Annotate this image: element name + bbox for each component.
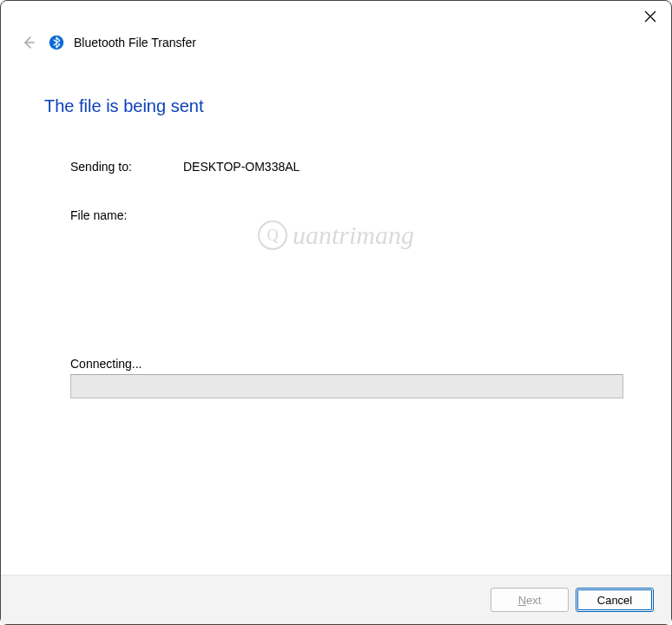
next-button: Next: [491, 588, 569, 612]
page-heading: The file is being sent: [44, 96, 628, 116]
sending-to-label: Sending to:: [70, 160, 183, 174]
watermark-text: uantrimang: [293, 220, 414, 250]
next-button-label: Next: [518, 594, 542, 607]
header: Bluetooth File Transfer: [1, 27, 671, 62]
file-name-value: [183, 208, 628, 222]
bluetooth-icon: [48, 34, 65, 51]
progress-bar: [70, 374, 623, 398]
sending-to-row: Sending to: DESKTOP-OM338AL: [70, 160, 628, 174]
progress-area: Connecting...: [70, 357, 623, 398]
footer: Next Cancel: [1, 575, 671, 624]
progress-status: Connecting...: [70, 357, 623, 371]
dialog-window: Bluetooth File Transfer The file is bein…: [0, 0, 672, 625]
close-icon: [644, 10, 656, 23]
titlebar-controls: [1, 1, 671, 27]
file-name-row: File name:: [70, 208, 628, 222]
watermark: Q uantrimang: [258, 220, 414, 250]
watermark-icon: Q: [258, 220, 287, 250]
cancel-button-label: Cancel: [597, 594, 632, 607]
back-button[interactable]: [18, 32, 39, 53]
content-area: The file is being sent Sending to: DESKT…: [1, 62, 671, 575]
sending-to-value: DESKTOP-OM338AL: [183, 160, 628, 174]
cancel-button[interactable]: Cancel: [576, 588, 654, 612]
file-name-label: File name:: [70, 208, 183, 222]
close-button[interactable]: [640, 6, 661, 27]
window-title: Bluetooth File Transfer: [74, 36, 196, 49]
back-arrow-icon: [21, 35, 36, 50]
